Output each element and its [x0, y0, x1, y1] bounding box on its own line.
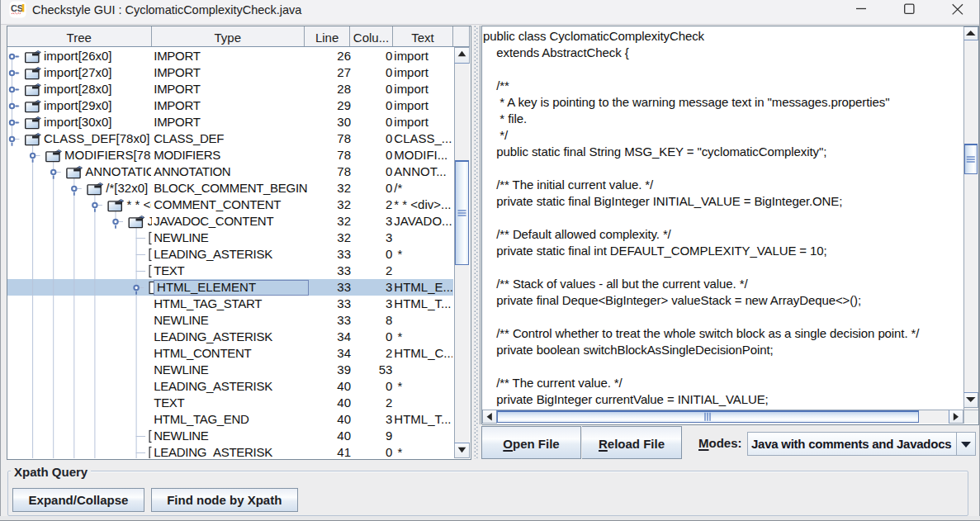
svg-text:CS: CS	[11, 3, 23, 13]
